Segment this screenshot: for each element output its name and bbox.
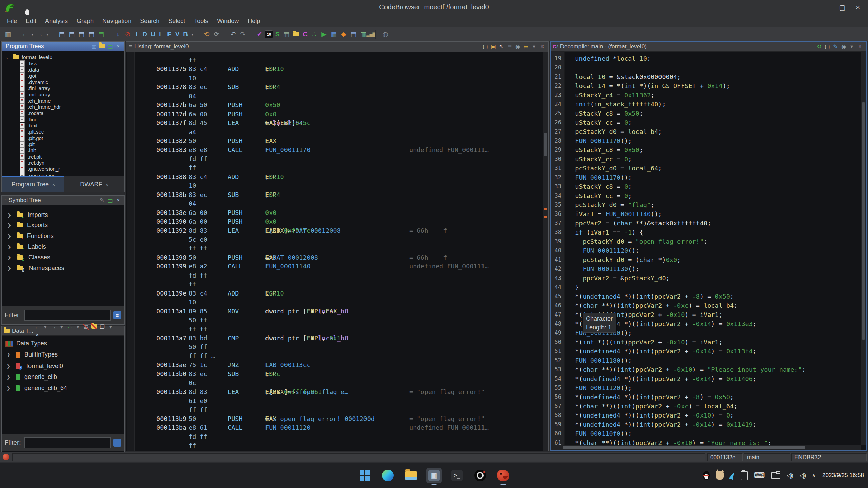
- tab-close-icon[interactable]: ×: [52, 182, 55, 187]
- listing-row[interactable]: fd ff: [127, 433, 548, 442]
- decompile-line[interactable]: 46 *(char **)((int)ppcVar2 + -0xc) = loc…: [551, 302, 861, 310]
- listing-row[interactable]: 000113b950PUSHEAX=>s_open_flag_error!_00…: [127, 415, 548, 424]
- tree-section-relplt[interactable]: .rel.plt: [20, 154, 42, 160]
- open-folder-icon[interactable]: [98, 42, 106, 50]
- listing-row[interactable]: ff ff …: [127, 352, 548, 361]
- menu-analysis[interactable]: Analysis: [41, 16, 72, 27]
- types-filter-input[interactable]: [24, 437, 111, 448]
- decompile-line[interactable]: 29 uStackY_c8 = 0x50;: [551, 146, 861, 155]
- decompile-line[interactable]: 39 pcStackY_d0 = "open flag error!";: [551, 238, 861, 246]
- tree-section-gnuversion_r[interactable]: .gnu.version_r: [20, 166, 60, 172]
- symbol-tree-item-exports[interactable]: ❯Exports: [7, 222, 48, 229]
- copy-icon[interactable]: ▢: [481, 42, 489, 50]
- paste-icon[interactable]: ▣: [489, 42, 497, 50]
- decompile-line[interactable]: 24 init(in_stack_ffffff40);: [551, 101, 861, 109]
- symbol-tree[interactable]: ❯▴Imports❯Exports❯fFunctions❯●Labels❯CCl…: [2, 205, 124, 306]
- decompile-line[interactable]: 27 pcStackY_d0 = local_b4;: [551, 128, 861, 137]
- data-byte-icon[interactable]: I: [133, 29, 140, 39]
- edit-icon[interactable]: ✎: [831, 42, 840, 50]
- menu-help[interactable]: Help: [243, 16, 264, 27]
- data-type-item-builtintypes[interactable]: ❯BuiltInTypes: [7, 351, 58, 358]
- menu-file[interactable]: File: [3, 16, 21, 27]
- listing-row[interactable]: 000113bae8 61CALLFUN_00011120undefined F…: [127, 424, 548, 433]
- prev-location-icon[interactable]: ▤: [57, 29, 66, 39]
- decompile-line[interactable]: 22 local_14 = *(int *)(in_GS_OFFSET + 0x…: [551, 82, 861, 91]
- listing-row[interactable]: 61 e0: [127, 397, 548, 406]
- decompile-line[interactable]: 32 FUN_00011170();: [551, 174, 861, 182]
- decompile-line[interactable]: 50 *(int *)((int)ppcVar2 + -0x10) = iVar…: [551, 339, 861, 347]
- snapshot-icon[interactable]: ◉: [840, 42, 848, 50]
- listing-row[interactable]: ff: [127, 57, 548, 65]
- start-button[interactable]: [357, 468, 373, 483]
- expand-icon[interactable]: ❯: [7, 386, 16, 391]
- listing-row[interactable]: ff: [127, 442, 548, 451]
- decompile-line[interactable]: 42 FUN_00011130();: [551, 265, 861, 274]
- redo-icon[interactable]: ↷: [238, 29, 248, 39]
- decompile-line[interactable]: 20: [551, 64, 861, 73]
- new-tree-icon[interactable]: ▦: [90, 42, 98, 50]
- listing-fields-icon[interactable]: ≣: [506, 42, 514, 50]
- decompile-line[interactable]: 36 iVar1 = FUN_00011140();: [551, 210, 861, 219]
- data-long-icon[interactable]: L: [157, 29, 165, 39]
- data-dword-icon[interactable]: D: [141, 29, 149, 39]
- register-manager-icon[interactable]: ◍: [381, 29, 390, 39]
- listing-row[interactable]: 000113b083 ecSUBESP,0xc: [127, 370, 548, 379]
- keyboard-tray-icon[interactable]: ⌨: [754, 471, 765, 480]
- symbol-tree-item-labels[interactable]: ❯●Labels: [7, 243, 46, 250]
- save-icon[interactable]: ▥: [3, 29, 13, 39]
- listing-row[interactable]: 0001137583 c4ADDESP,0x10: [127, 65, 548, 74]
- tree-section-init[interactable]: .init: [20, 147, 36, 154]
- edit-icon[interactable]: ✎: [98, 196, 106, 204]
- program-trees-header[interactable]: Program Trees ▦▤×: [2, 42, 124, 51]
- minimize-button[interactable]: —: [820, 2, 833, 13]
- filter-options-icon[interactable]: ≡: [113, 439, 121, 447]
- menu-search[interactable]: Search: [136, 16, 164, 27]
- cursor-arrow-icon[interactable]: ↖: [497, 42, 506, 50]
- decompile-line[interactable]: 30 uStackY_cc = 0;: [551, 156, 861, 164]
- decompile-line[interactable]: 19 undefined *local_10;: [551, 55, 861, 63]
- decompile-line[interactable]: 53 *(char **)((int)ppcVar2 + -0x10) = "P…: [551, 366, 861, 374]
- run-script-icon[interactable]: ▶: [319, 29, 329, 39]
- data-type-item-generic_clib_64[interactable]: ❯generic_clib_64: [7, 385, 67, 392]
- listing-row[interactable]: ff: [127, 164, 548, 173]
- listing-row[interactable]: 5c e0: [127, 236, 548, 245]
- ghidra-app-icon[interactable]: [495, 468, 511, 483]
- decompile-line[interactable]: 41 pcStackY_d0 = (char *)0x0;: [551, 256, 861, 265]
- decompile-scrollbar[interactable]: [861, 52, 866, 445]
- symbol-tree-item-classes[interactable]: ❯CClasses: [7, 254, 50, 261]
- data-undefined-icon[interactable]: U: [149, 29, 157, 39]
- listing-row[interactable]: fd ff: [127, 155, 548, 164]
- tree-section-init_array[interactable]: .init_array: [20, 92, 50, 98]
- maximize-button[interactable]: ▢: [835, 2, 849, 13]
- listing-row[interactable]: 0001138883 c4ADDESP,0x10: [127, 173, 548, 182]
- diamond-icon[interactable]: ◆: [339, 29, 348, 39]
- tree-section-reldyn[interactable]: .rel.dyn: [20, 160, 44, 166]
- listing-header[interactable]: ≣ Listing: format_level0 ▢▣↖≣◉▤▾×: [126, 42, 548, 52]
- tree-section-data[interactable]: .data: [20, 66, 39, 73]
- listing-row[interactable]: 000113ae75 1cJNZLAB_000113cc: [127, 361, 548, 370]
- data-type-item-format_level0[interactable]: ❯✓format_level0: [7, 362, 63, 370]
- decompile-hscrollbar[interactable]: [551, 445, 861, 450]
- expand-icon[interactable]: ❯: [7, 223, 17, 228]
- symbol-filter-input[interactable]: [24, 310, 111, 321]
- listing-row[interactable]: 0001137b6a 50PUSH0x50: [127, 101, 548, 110]
- listing-row[interactable]: a4: [127, 128, 548, 137]
- goto-external-icon[interactable]: ▤: [106, 196, 114, 204]
- edit-labels-icon[interactable]: ⟳: [212, 29, 221, 39]
- data-type-manager-icon[interactable]: [292, 29, 301, 39]
- decompile-line[interactable]: 33 uStackY_c8 = 0;: [551, 183, 861, 191]
- expand-icon[interactable]: ❯: [7, 352, 16, 357]
- more-menu-icon[interactable]: ▾: [106, 323, 115, 331]
- tab-program-tree[interactable]: Program Tree×: [2, 176, 64, 192]
- tree-section-bss[interactable]: .bss: [20, 60, 37, 66]
- tree-section-rodata[interactable]: .rodata: [20, 110, 44, 116]
- qq-tray-icon[interactable]: [703, 471, 710, 480]
- tree-section-pltgot[interactable]: .plt.got: [20, 135, 43, 141]
- next-function-icon[interactable]: ▤: [87, 29, 96, 39]
- decompile-line[interactable]: 23 uStackY_c4 = 0x11362;: [551, 92, 861, 100]
- symbol-tree-icon[interactable]: ∴: [310, 29, 319, 39]
- listing-row[interactable]: 0001137f8d 45LEAEAX=>local_64,[EBP + -0x…: [127, 119, 548, 128]
- expand-icon[interactable]: ❯: [7, 212, 17, 218]
- expand-icon[interactable]: ❯: [7, 244, 17, 249]
- preview-window-icon[interactable]: ❐: [98, 323, 106, 331]
